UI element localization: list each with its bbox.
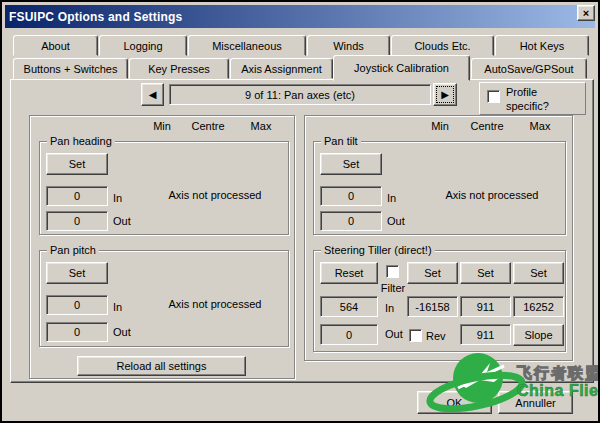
window-title: FSUIPC Options and Settings: [9, 10, 182, 24]
tab-buttons-switches[interactable]: Buttons + Switches: [13, 58, 128, 79]
column-header-min: Min: [142, 120, 182, 132]
left-axes-panel: Min Centre Max Pan heading Set 0 In Axis…: [29, 115, 295, 379]
pan-pitch-title: Pan pitch: [47, 244, 99, 256]
tab-key-presses[interactable]: Key Presses: [129, 58, 229, 79]
pan-tilt-title: Pan tilt: [321, 135, 361, 147]
pan-heading-title: Pan heading: [47, 135, 115, 147]
tab-winds[interactable]: Winds: [307, 35, 390, 56]
pan-tilt-in-value: 0: [320, 186, 382, 206]
fsuipc-options-dialog: FSUIPC Options and Settings × About Logg…: [0, 0, 600, 423]
steering-set-max-button[interactable]: Set: [513, 262, 564, 284]
tab-clouds-etc[interactable]: Clouds Etc.: [391, 35, 494, 56]
pan-heading-in-label: In: [113, 192, 122, 204]
profile-specific-box: Profile specific?: [479, 82, 586, 115]
steering-centre-value: 911: [460, 296, 511, 317]
steering-rev-label: Rev: [426, 330, 446, 342]
pan-heading-out-value: 0: [46, 211, 108, 231]
steering-out-value: 0: [320, 324, 378, 345]
pan-tilt-status: Axis not processed: [422, 189, 562, 201]
pan-tilt-set-button[interactable]: Set: [320, 153, 382, 175]
right-axes-panel: Min Centre Max Pan tilt Set 0 In Axis no…: [304, 115, 573, 361]
column-header-max: Max: [241, 120, 281, 132]
pan-pitch-in-label: In: [113, 301, 122, 313]
steering-out-label: Out: [385, 328, 403, 340]
steering-min-value: -16158: [407, 296, 458, 317]
title-bar[interactable]: FSUIPC Options and Settings: [5, 5, 595, 28]
steering-slope-button[interactable]: Slope: [513, 324, 564, 346]
pan-tilt-out-label: Out: [387, 215, 405, 227]
steering-tiller-title: Steering Tiller (direct!): [321, 244, 435, 256]
column-header-centre: Centre: [184, 120, 232, 132]
prev-axis-button[interactable]: ◀: [141, 83, 164, 106]
pan-tilt-out-value: 0: [320, 211, 382, 231]
steering-tiller-group: Steering Tiller (direct!) Reset Filter S…: [313, 250, 566, 352]
pan-pitch-group: Pan pitch Set 0 In Axis not processed 0 …: [39, 250, 289, 347]
tab-joystick-calibration[interactable]: Joystick Calibration: [333, 55, 470, 81]
steering-rev-checkbox[interactable]: [409, 329, 422, 342]
tab-miscellaneous[interactable]: Miscellaneous: [188, 35, 306, 56]
steering-max-value: 16252: [513, 296, 564, 317]
left-arrow-icon: ◀: [149, 89, 157, 100]
pan-heading-set-button[interactable]: Set: [46, 153, 108, 175]
steering-set-min-button[interactable]: Set: [407, 262, 458, 284]
pan-tilt-in-label: In: [387, 192, 396, 204]
pan-pitch-set-button[interactable]: Set: [46, 262, 108, 284]
reload-all-settings-button[interactable]: Reload all settings: [77, 356, 246, 376]
tab-logging[interactable]: Logging: [99, 35, 187, 56]
next-axis-button[interactable]: ▶: [433, 83, 457, 106]
pan-heading-in-value: 0: [46, 186, 108, 206]
pan-pitch-status: Axis not processed: [145, 298, 285, 310]
tab-hot-keys[interactable]: Hot Keys: [495, 35, 589, 56]
tab-autosave-gpsout[interactable]: AutoSave/GPSout: [471, 58, 587, 79]
steering-in-label: In: [385, 302, 394, 314]
steering-slope-in-value: 911: [460, 324, 511, 345]
steering-reset-button[interactable]: Reset: [320, 262, 378, 284]
pan-pitch-out-value: 0: [46, 322, 108, 342]
pan-heading-status: Axis not processed: [145, 189, 285, 201]
steering-in-value: 564: [320, 296, 378, 317]
tab-axis-assignment[interactable]: Axis Assignment: [230, 58, 333, 79]
axis-position-display: 9 of 11: Pan axes (etc): [169, 84, 431, 105]
close-icon[interactable]: ×: [577, 5, 595, 21]
pan-tilt-group: Pan tilt Set 0 In Axis not processed 0 O…: [313, 141, 566, 235]
column-header-centre-right: Centre: [463, 120, 511, 132]
pan-pitch-out-label: Out: [113, 326, 131, 338]
column-header-max-right: Max: [520, 120, 560, 132]
right-arrow-icon: ▶: [441, 89, 449, 100]
column-header-min-right: Min: [420, 120, 460, 132]
steering-set-centre-button[interactable]: Set: [460, 262, 511, 284]
steering-filter-checkbox[interactable]: [386, 265, 399, 278]
profile-specific-checkbox[interactable]: [487, 90, 500, 103]
cancel-button[interactable]: Annuller: [498, 391, 573, 414]
pan-heading-out-label: Out: [113, 215, 131, 227]
profile-specific-label: Profile specific?: [506, 85, 576, 113]
ok-button[interactable]: OK: [417, 391, 492, 414]
pan-pitch-in-value: 0: [46, 295, 108, 315]
pan-heading-group: Pan heading Set 0 In Axis not processed …: [39, 141, 289, 235]
tab-about[interactable]: About: [13, 35, 98, 56]
